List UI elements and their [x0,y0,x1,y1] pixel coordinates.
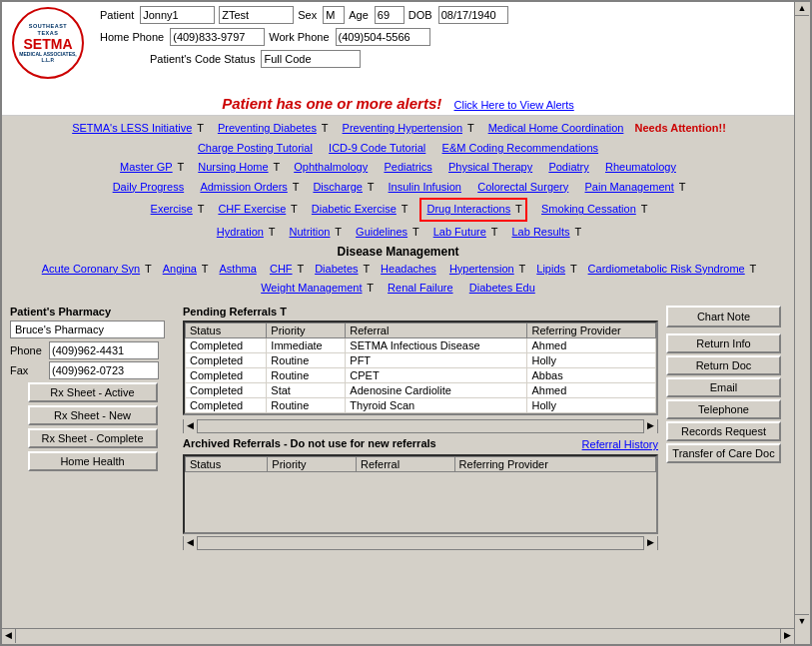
logo-text-line3: MEDICAL ASSOCIATES, L.L.P. [18,51,78,63]
arch-col-referral: Referral [356,456,454,471]
nav-rheumatology[interactable]: Rheumatology [605,161,676,173]
nav-preventing-hypertension[interactable]: Preventing Hypertension [343,122,462,134]
nav-lipids[interactable]: Lipids [536,263,565,275]
nav-diabetic-exercise[interactable]: Diabetic Exercise [312,203,397,215]
vscroll-up[interactable]: ▲ [795,2,809,16]
hscroll2-left[interactable]: ◀ [184,536,198,550]
archived-referrals-table: Status Priority Referral Referring Provi… [185,456,656,472]
sex-label: Sex [298,9,317,21]
nav-charge-posting[interactable]: Charge Posting Tutorial [198,142,313,154]
cell-status: Completed [186,337,267,352]
nav-discharge[interactable]: Discharge [313,181,363,193]
records-request-button[interactable]: Records Request [666,421,781,441]
phone-label: Phone [10,344,45,356]
col-status: Status [186,323,267,337]
nav-nutrition[interactable]: Nutrition [290,226,331,238]
telephone-button[interactable]: Telephone [666,399,781,419]
nav-diabetes[interactable]: Diabetes [315,263,358,275]
return-doc-button[interactable]: Return Doc [666,355,781,375]
horizontal-scrollbar[interactable]: ◀ ▶ [2,628,794,644]
cell-status: Completed [186,352,267,367]
nav-insulin-infusion[interactable]: Insulin Infusion [389,181,461,193]
nav-asthma[interactable]: Asthma [220,263,257,275]
hscroll-right[interactable]: ▶ [643,419,657,433]
nav-setma-less[interactable]: SETMA's LESS Initiative [72,122,192,134]
nav-angina[interactable]: Angina [163,263,197,275]
patient-age[interactable] [375,6,405,24]
logo-text-line1: SOUTHEAST TEXAS [18,23,78,36]
vertical-scrollbar[interactable]: ▲ ▼ [794,2,810,644]
rx-complete-button[interactable]: Rx Sheet - Complete [28,428,158,448]
chart-note-button[interactable]: Chart Note [666,306,781,327]
work-phone-label: Work Phone [269,31,329,43]
referral-history-link[interactable]: Referral History [582,438,658,450]
nav-medical-home[interactable]: Medical Home Coordination [488,122,624,134]
cell-referral: Adenosine Cardiolite [346,382,527,397]
nav-renal-failure[interactable]: Renal Failure [388,282,452,294]
nav-lab-results[interactable]: Lab Results [512,226,570,238]
cell-provider: Ahmed [527,382,656,397]
nav-pediatrics[interactable]: Pediatrics [384,161,431,173]
hscroll-main-right[interactable]: ▶ [780,629,794,643]
patient-code-status[interactable] [261,50,361,68]
nav-podiatry[interactable]: Podiatry [548,161,588,173]
table-row: CompletedRoutineCPETAbbas [186,367,656,382]
nav-drug-interactions[interactable]: Drug Interactions [426,203,510,215]
drug-interactions-box: Drug Interactions T [419,198,526,222]
nav-pain-management[interactable]: Pain Management [585,181,674,193]
nav-icd9[interactable]: ICD-9 Code Tutorial [329,142,425,154]
archived-referrals-title: Archived Referrals - Do not use for new … [183,437,436,449]
cell-provider: Holly [527,352,656,367]
transfer-of-care-button[interactable]: Transfer of Care Doc [666,443,781,463]
nav-cardiometabolic[interactable]: Cardiometabolic Risk Syndrome [588,263,745,275]
pending-referrals-title: Pending Referrals [183,306,277,318]
col-referral: Referral [346,323,527,337]
patient-dob[interactable] [438,6,508,24]
nav-smoking-cessation[interactable]: Smoking Cessation [541,203,636,215]
vscroll-down[interactable]: ▼ [795,614,809,628]
nav-exercise[interactable]: Exercise [151,203,193,215]
nav-weight-management[interactable]: Weight Management [261,282,362,294]
nav-daily-progress[interactable]: Daily Progress [113,181,185,193]
email-button[interactable]: Email [666,377,781,397]
home-health-button[interactable]: Home Health [28,451,158,471]
hscroll-main-left[interactable]: ◀ [2,629,16,643]
patient-first-name[interactable] [140,6,215,24]
nav-preventing-diabetes[interactable]: Preventing Diabetes [218,122,317,134]
nav-physical-therapy[interactable]: Physical Therapy [448,161,532,173]
nav-lab-future[interactable]: Lab Future [433,226,486,238]
return-info-button[interactable]: Return Info [666,333,781,353]
nav-colorectal-surgery[interactable]: Colorectal Surgery [477,181,568,193]
nav-headaches[interactable]: Headaches [381,263,436,275]
nav-em-coding[interactable]: E&M Coding Recommendations [442,142,599,154]
rx-new-button[interactable]: Rx Sheet - New [28,405,158,425]
logo-setma: SETMA [18,37,78,51]
nav-che[interactable]: CHF [270,263,293,275]
pharmacy-fax[interactable] [49,361,159,379]
nav-acute-coronary[interactable]: Acute Coronary Syn [42,263,140,275]
arch-col-status: Status [186,456,268,471]
alert-link[interactable]: Click Here to View Alerts [454,99,574,111]
hscroll2-right[interactable]: ▶ [643,536,657,550]
nav-hydration[interactable]: Hydration [217,226,264,238]
fax-label: Fax [10,364,45,376]
nav-nursing-home[interactable]: Nursing Home [198,161,268,173]
nav-master-gp[interactable]: Master GP [120,161,173,173]
nav-guidelines[interactable]: Guidelines [356,226,407,238]
patient-last-name[interactable] [219,6,294,24]
pharmacy-phone[interactable] [49,341,159,359]
nav-hypertension[interactable]: Hypertension [449,263,514,275]
nav-admission-orders[interactable]: Admission Orders [200,181,287,193]
table-row: CompletedStatAdenosine CardioliteAhmed [186,382,656,397]
nav-diabetes-edu[interactable]: Diabetes Edu [469,282,535,294]
rx-active-button[interactable]: Rx Sheet - Active [28,382,158,402]
cell-status: Completed [186,367,267,382]
patient-home-phone[interactable] [170,28,265,46]
nav-ophthalmology[interactable]: Ophthalmology [294,161,368,173]
hscroll-left[interactable]: ◀ [184,419,198,433]
col-priority: Priority [267,323,346,337]
patient-sex[interactable] [323,6,345,24]
pharmacy-title: Patient's Pharmacy [10,306,175,318]
patient-work-phone[interactable] [336,28,430,46]
nav-chf-exercise[interactable]: CHF Exercise [218,203,286,215]
